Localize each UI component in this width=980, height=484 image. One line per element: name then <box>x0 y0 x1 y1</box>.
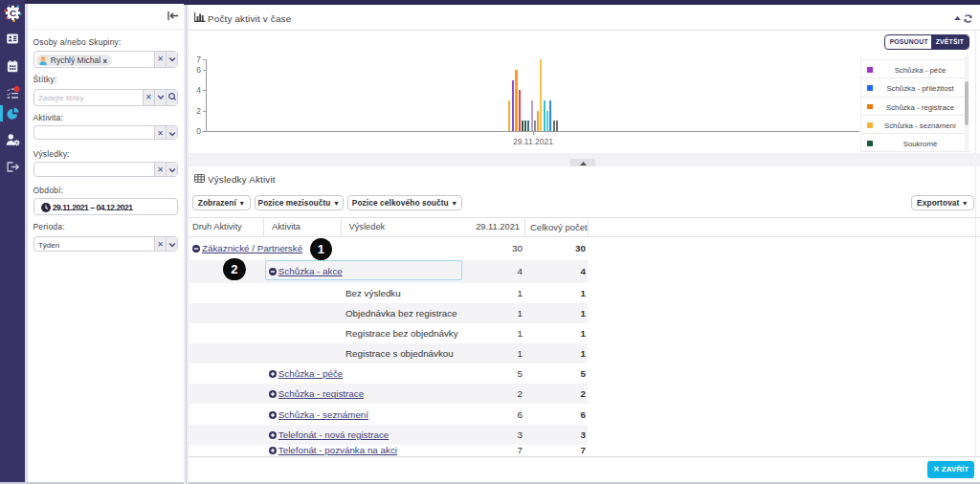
svg-text:C: C <box>10 8 16 18</box>
